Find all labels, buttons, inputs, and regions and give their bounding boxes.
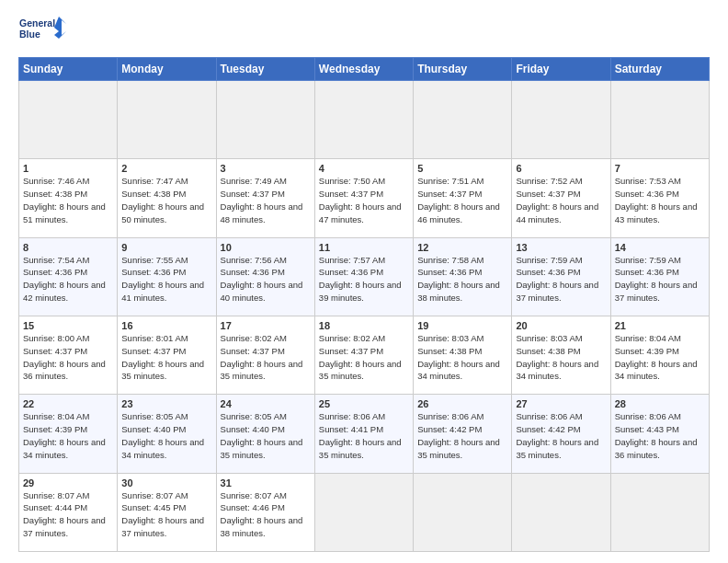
calendar-cell: 30Sunrise: 8:07 AMSunset: 4:45 PMDayligh… (118, 473, 216, 551)
day-number: 23 (121, 398, 211, 409)
calendar-cell: 2Sunrise: 7:47 AMSunset: 4:38 PMDaylight… (118, 159, 216, 237)
day-number: 20 (516, 320, 606, 331)
day-number: 4 (319, 163, 409, 174)
cell-content: Sunrise: 7:52 AMSunset: 4:37 PMDaylight:… (516, 176, 598, 224)
calendar-cell: 28Sunrise: 8:06 AMSunset: 4:43 PMDayligh… (610, 395, 709, 473)
calendar-cell: 4Sunrise: 7:50 AMSunset: 4:37 PMDaylight… (314, 159, 413, 237)
svg-marker-2 (54, 17, 66, 39)
cell-content: Sunrise: 8:04 AMSunset: 4:39 PMDaylight:… (615, 333, 698, 381)
calendar-cell: 5Sunrise: 7:51 AMSunset: 4:37 PMDaylight… (414, 159, 512, 237)
calendar-cell: 15Sunrise: 8:00 AMSunset: 4:37 PMDayligh… (19, 316, 118, 394)
calendar-cell (512, 473, 610, 551)
calendar-cell: 3Sunrise: 7:49 AMSunset: 4:37 PMDaylight… (216, 159, 314, 237)
calendar-cell: 17Sunrise: 8:02 AMSunset: 4:37 PMDayligh… (216, 316, 314, 394)
cell-content: Sunrise: 7:51 AMSunset: 4:37 PMDaylight:… (417, 176, 500, 224)
cell-content: Sunrise: 7:54 AMSunset: 4:36 PMDaylight:… (23, 255, 106, 303)
day-number: 5 (417, 163, 507, 174)
calendar-cell: 25Sunrise: 8:06 AMSunset: 4:41 PMDayligh… (314, 395, 413, 473)
svg-text:General: General (19, 17, 55, 29)
calendar-cell: 9Sunrise: 7:55 AMSunset: 4:36 PMDaylight… (118, 237, 216, 316)
cell-content: Sunrise: 7:55 AMSunset: 4:36 PMDaylight:… (121, 255, 204, 303)
cell-content: Sunrise: 8:06 AMSunset: 4:41 PMDaylight:… (319, 411, 402, 459)
calendar-week-row: 8Sunrise: 7:54 AMSunset: 4:36 PMDaylight… (19, 237, 710, 316)
day-number: 30 (121, 477, 211, 488)
cell-content: Sunrise: 8:07 AMSunset: 4:44 PMDaylight:… (23, 490, 106, 538)
calendar-cell (414, 473, 512, 551)
page-header: General Blue (18, 15, 710, 48)
cell-content: Sunrise: 8:04 AMSunset: 4:39 PMDaylight:… (23, 411, 106, 459)
calendar-week-row: 15Sunrise: 8:00 AMSunset: 4:37 PMDayligh… (19, 316, 710, 394)
day-number: 24 (221, 398, 311, 409)
calendar-week-row (19, 81, 710, 159)
cell-content: Sunrise: 8:02 AMSunset: 4:37 PMDaylight:… (221, 333, 303, 381)
cell-content: Sunrise: 7:59 AMSunset: 4:36 PMDaylight:… (615, 255, 698, 303)
svg-text:Blue: Blue (19, 29, 40, 40)
calendar-cell (610, 81, 709, 159)
calendar-cell (314, 81, 413, 159)
cell-content: Sunrise: 8:06 AMSunset: 4:42 PMDaylight:… (417, 411, 500, 459)
calendar-cell: 26Sunrise: 8:06 AMSunset: 4:42 PMDayligh… (414, 395, 512, 473)
day-number: 3 (221, 163, 311, 174)
cell-content: Sunrise: 8:02 AMSunset: 4:37 PMDaylight:… (319, 333, 402, 381)
calendar-cell (610, 473, 709, 551)
calendar-cell: 8Sunrise: 7:54 AMSunset: 4:36 PMDaylight… (19, 237, 118, 316)
calendar-cell: 13Sunrise: 7:59 AMSunset: 4:36 PMDayligh… (512, 237, 610, 316)
calendar-cell: 11Sunrise: 7:57 AMSunset: 4:36 PMDayligh… (314, 237, 413, 316)
cell-content: Sunrise: 8:01 AMSunset: 4:37 PMDaylight:… (121, 333, 204, 381)
calendar-cell: 12Sunrise: 7:58 AMSunset: 4:36 PMDayligh… (414, 237, 512, 316)
day-number: 16 (121, 320, 211, 331)
calendar-cell: 23Sunrise: 8:05 AMSunset: 4:40 PMDayligh… (118, 395, 216, 473)
cell-content: Sunrise: 8:07 AMSunset: 4:45 PMDaylight:… (121, 490, 204, 538)
cell-content: Sunrise: 8:05 AMSunset: 4:40 PMDaylight:… (121, 411, 204, 459)
day-number: 17 (221, 320, 311, 331)
day-number: 12 (417, 242, 507, 253)
day-number: 9 (121, 242, 211, 253)
calendar-cell: 1Sunrise: 7:46 AMSunset: 4:38 PMDaylight… (19, 159, 118, 237)
day-number: 2 (121, 163, 211, 174)
calendar-cell: 10Sunrise: 7:56 AMSunset: 4:36 PMDayligh… (216, 237, 314, 316)
calendar-day-header: Sunday (19, 58, 118, 81)
calendar-cell: 31Sunrise: 8:07 AMSunset: 4:46 PMDayligh… (216, 473, 314, 551)
calendar-week-row: 29Sunrise: 8:07 AMSunset: 4:44 PMDayligh… (19, 473, 710, 551)
calendar-cell (216, 81, 314, 159)
day-number: 26 (417, 398, 507, 409)
logo-svg: General Blue (18, 15, 66, 48)
calendar-cell (314, 473, 413, 551)
cell-content: Sunrise: 7:56 AMSunset: 4:36 PMDaylight:… (221, 255, 303, 303)
day-number: 22 (23, 398, 113, 409)
cell-content: Sunrise: 7:46 AMSunset: 4:38 PMDaylight:… (23, 176, 106, 224)
calendar-day-header: Wednesday (314, 58, 413, 81)
calendar-day-header: Saturday (610, 58, 709, 81)
calendar-cell: 16Sunrise: 8:01 AMSunset: 4:37 PMDayligh… (118, 316, 216, 394)
day-number: 18 (319, 320, 409, 331)
day-number: 25 (319, 398, 409, 409)
calendar-day-header: Tuesday (216, 58, 314, 81)
calendar-table: SundayMondayTuesdayWednesdayThursdayFrid… (18, 57, 710, 552)
calendar-cell: 24Sunrise: 8:05 AMSunset: 4:40 PMDayligh… (216, 395, 314, 473)
calendar-week-row: 22Sunrise: 8:04 AMSunset: 4:39 PMDayligh… (19, 395, 710, 473)
calendar-cell: 21Sunrise: 8:04 AMSunset: 4:39 PMDayligh… (610, 316, 709, 394)
cell-content: Sunrise: 8:06 AMSunset: 4:42 PMDaylight:… (516, 411, 598, 459)
calendar-day-header: Monday (118, 58, 216, 81)
logo: General Blue (18, 15, 66, 48)
day-number: 27 (516, 398, 606, 409)
calendar-cell (19, 81, 118, 159)
calendar-cell: 7Sunrise: 7:53 AMSunset: 4:36 PMDaylight… (610, 159, 709, 237)
day-number: 15 (23, 320, 113, 331)
cell-content: Sunrise: 8:00 AMSunset: 4:37 PMDaylight:… (23, 333, 106, 381)
cell-content: Sunrise: 7:49 AMSunset: 4:37 PMDaylight:… (221, 176, 303, 224)
cell-content: Sunrise: 7:58 AMSunset: 4:36 PMDaylight:… (417, 255, 500, 303)
calendar-week-row: 1Sunrise: 7:46 AMSunset: 4:38 PMDaylight… (19, 159, 710, 237)
calendar-cell: 6Sunrise: 7:52 AMSunset: 4:37 PMDaylight… (512, 159, 610, 237)
day-number: 19 (417, 320, 507, 331)
cell-content: Sunrise: 7:59 AMSunset: 4:36 PMDaylight:… (516, 255, 598, 303)
day-number: 31 (221, 477, 311, 488)
cell-content: Sunrise: 7:57 AMSunset: 4:36 PMDaylight:… (319, 255, 402, 303)
cell-content: Sunrise: 8:03 AMSunset: 4:38 PMDaylight:… (516, 333, 598, 381)
calendar-cell: 27Sunrise: 8:06 AMSunset: 4:42 PMDayligh… (512, 395, 610, 473)
day-number: 28 (615, 398, 705, 409)
day-number: 1 (23, 163, 113, 174)
calendar-cell (414, 81, 512, 159)
calendar-cell: 22Sunrise: 8:04 AMSunset: 4:39 PMDayligh… (19, 395, 118, 473)
cell-content: Sunrise: 7:53 AMSunset: 4:36 PMDaylight:… (615, 176, 698, 224)
